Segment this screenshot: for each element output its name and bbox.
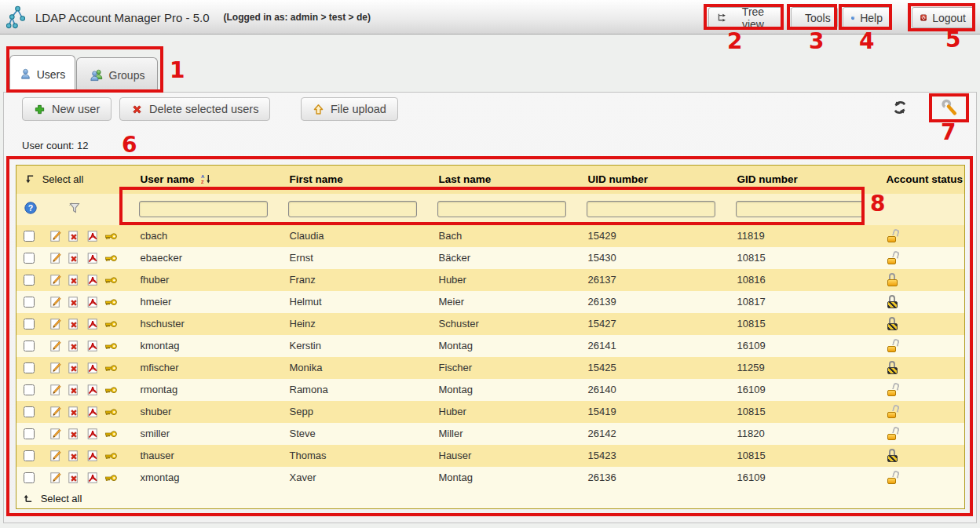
delete-row-icon[interactable] bbox=[68, 340, 80, 352]
cell-username[interactable]: rmontag bbox=[125, 379, 274, 401]
edit-pencil-icon[interactable] bbox=[49, 450, 62, 462]
row-checkbox[interactable] bbox=[24, 384, 35, 395]
account-status-icon[interactable] bbox=[887, 229, 901, 242]
row-checkbox[interactable] bbox=[24, 319, 35, 330]
filter-gid-input[interactable] bbox=[736, 201, 865, 217]
delete-row-icon[interactable] bbox=[68, 318, 80, 330]
tab-users[interactable]: Users bbox=[9, 55, 75, 93]
delete-row-icon[interactable] bbox=[68, 252, 80, 264]
new-user-button[interactable]: New user bbox=[22, 97, 112, 121]
cell-username[interactable]: mfischer bbox=[125, 357, 274, 379]
help-button[interactable]: Help bbox=[843, 7, 891, 28]
delete-row-icon[interactable] bbox=[68, 428, 80, 440]
edit-pencil-icon[interactable] bbox=[49, 406, 62, 418]
password-key-icon[interactable] bbox=[104, 318, 117, 330]
password-key-icon[interactable] bbox=[104, 384, 117, 396]
edit-pencil-icon[interactable] bbox=[49, 428, 62, 440]
pdf-icon[interactable] bbox=[86, 450, 99, 462]
password-key-icon[interactable] bbox=[104, 296, 117, 308]
edit-pencil-icon[interactable] bbox=[49, 384, 62, 396]
password-key-icon[interactable] bbox=[104, 230, 117, 242]
row-checkbox[interactable] bbox=[24, 362, 35, 373]
filter-last-name-input[interactable] bbox=[437, 201, 566, 217]
tree-view-button[interactable]: Tree view bbox=[708, 7, 782, 28]
password-key-icon[interactable] bbox=[104, 472, 117, 484]
edit-pencil-icon[interactable] bbox=[49, 318, 62, 330]
settings-wrench-icon[interactable] bbox=[941, 99, 958, 116]
edit-pencil-icon[interactable] bbox=[49, 340, 62, 352]
pdf-icon[interactable] bbox=[86, 296, 99, 308]
row-checkbox[interactable] bbox=[24, 275, 35, 286]
password-key-icon[interactable] bbox=[104, 362, 117, 374]
password-key-icon[interactable] bbox=[104, 252, 117, 264]
tab-groups[interactable]: Groups bbox=[76, 57, 158, 93]
column-header-user-name[interactable]: User name bbox=[125, 166, 274, 194]
account-status-icon[interactable] bbox=[887, 471, 901, 484]
cell-username[interactable]: xmontag bbox=[125, 467, 274, 489]
password-key-icon[interactable] bbox=[104, 274, 117, 286]
account-status-icon[interactable] bbox=[887, 295, 901, 308]
pdf-icon[interactable] bbox=[86, 252, 99, 264]
password-key-icon[interactable] bbox=[104, 340, 117, 352]
column-header-first-name[interactable]: First name bbox=[274, 166, 423, 194]
refresh-icon[interactable] bbox=[892, 100, 908, 115]
logout-button[interactable]: Logout bbox=[912, 7, 975, 28]
edit-pencil-icon[interactable] bbox=[49, 362, 62, 374]
pdf-icon[interactable] bbox=[86, 472, 99, 484]
delete-row-icon[interactable] bbox=[68, 472, 80, 484]
password-key-icon[interactable] bbox=[104, 428, 117, 440]
pdf-icon[interactable] bbox=[86, 230, 99, 242]
account-status-icon[interactable] bbox=[887, 339, 901, 352]
select-all-footer[interactable]: Select all bbox=[16, 489, 965, 509]
account-status-icon[interactable] bbox=[887, 383, 901, 396]
row-checkbox[interactable] bbox=[24, 450, 35, 461]
pdf-icon[interactable] bbox=[86, 274, 99, 286]
sort-az-icon[interactable] bbox=[201, 173, 211, 184]
cell-username[interactable]: ebaecker bbox=[125, 247, 274, 269]
cell-username[interactable]: kmontag bbox=[125, 335, 274, 357]
pdf-icon[interactable] bbox=[86, 340, 99, 352]
filter-user-name-input[interactable] bbox=[139, 201, 268, 217]
account-status-icon[interactable] bbox=[887, 449, 901, 462]
cell-username[interactable]: hschuster bbox=[125, 313, 274, 335]
delete-row-icon[interactable] bbox=[68, 362, 80, 374]
pdf-icon[interactable] bbox=[86, 406, 99, 418]
row-checkbox[interactable] bbox=[24, 406, 35, 417]
cell-username[interactable]: smiller bbox=[125, 423, 274, 445]
delete-row-icon[interactable] bbox=[68, 450, 80, 462]
edit-pencil-icon[interactable] bbox=[49, 274, 62, 286]
edit-pencil-icon[interactable] bbox=[49, 296, 62, 308]
row-checkbox[interactable] bbox=[24, 472, 35, 483]
edit-pencil-icon[interactable] bbox=[49, 230, 62, 242]
cell-username[interactable]: shuber bbox=[125, 401, 274, 423]
column-header-last-name[interactable]: Last name bbox=[423, 166, 572, 194]
cell-username[interactable]: thauser bbox=[125, 445, 274, 467]
password-key-icon[interactable] bbox=[104, 406, 117, 418]
edit-pencil-icon[interactable] bbox=[49, 252, 62, 264]
account-status-icon[interactable] bbox=[887, 405, 901, 418]
delete-row-icon[interactable] bbox=[68, 406, 80, 418]
account-status-icon[interactable] bbox=[887, 273, 901, 286]
row-checkbox[interactable] bbox=[24, 428, 35, 439]
delete-row-icon[interactable] bbox=[68, 384, 80, 396]
row-checkbox[interactable] bbox=[24, 297, 35, 308]
account-status-icon[interactable] bbox=[887, 317, 901, 330]
tools-button[interactable]: Tools bbox=[791, 7, 838, 28]
pdf-icon[interactable] bbox=[86, 428, 99, 440]
column-header-uid-number[interactable]: UID number bbox=[572, 166, 722, 194]
delete-row-icon[interactable] bbox=[68, 274, 80, 286]
filter-help-icon[interactable] bbox=[24, 202, 37, 214]
row-checkbox[interactable] bbox=[24, 253, 35, 264]
delete-row-icon[interactable] bbox=[68, 230, 80, 242]
file-upload-button[interactable]: File upload bbox=[301, 97, 398, 121]
row-checkbox[interactable] bbox=[24, 231, 35, 242]
cell-username[interactable]: hmeier bbox=[125, 291, 274, 313]
cell-username[interactable]: cbach bbox=[125, 225, 274, 247]
account-status-icon[interactable] bbox=[887, 427, 901, 440]
edit-pencil-icon[interactable] bbox=[49, 472, 62, 484]
filter-uid-input[interactable] bbox=[587, 201, 715, 217]
delete-row-icon[interactable] bbox=[68, 296, 80, 308]
account-status-icon[interactable] bbox=[887, 361, 901, 374]
pdf-icon[interactable] bbox=[86, 318, 99, 330]
pdf-icon[interactable] bbox=[86, 362, 99, 374]
